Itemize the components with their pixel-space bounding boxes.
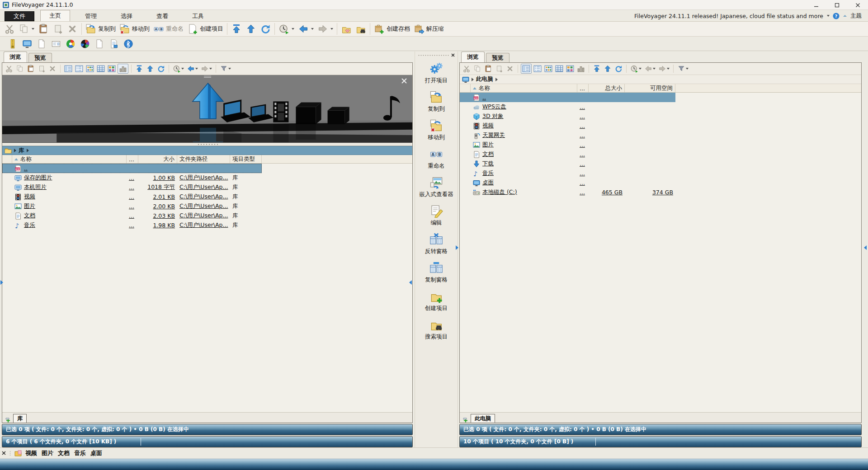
column-header-2[interactable]: ... — [577, 84, 589, 92]
cell-value[interactable]: 2.03 KB — [153, 212, 175, 219]
more-cell[interactable]: ... — [127, 193, 138, 200]
cell-value[interactable]: C:\用户\User\Ap... — [179, 174, 228, 182]
view-tiles-button[interactable] — [565, 64, 575, 74]
path-cell[interactable]: C:\用户\User\Ap... — [177, 183, 230, 191]
left-edge-expand-icon[interactable] — [0, 280, 3, 285]
copy-button[interactable] — [472, 64, 482, 74]
right-splitter-expand-icon[interactable] — [456, 245, 458, 250]
more-cell[interactable]: ... — [577, 160, 589, 167]
column-header-1[interactable]: 名称 — [12, 155, 127, 163]
copy-to-button[interactable]: 复制到 — [84, 23, 118, 35]
file-link[interactable]: 音乐 — [482, 169, 494, 177]
path-cell[interactable]: C:\用户\User\Ap... — [177, 193, 230, 201]
maximize-button[interactable] — [826, 0, 847, 10]
refresh-button[interactable] — [613, 64, 623, 74]
back-dropdown-icon[interactable] — [311, 28, 314, 30]
cell-value[interactable]: ... — [580, 170, 585, 177]
table-row[interactable]: 3D 对象... — [460, 112, 675, 121]
view-list-button[interactable] — [74, 64, 84, 74]
cell-value[interactable]: 465 GB — [602, 189, 623, 196]
address-card-icon[interactable] — [51, 39, 61, 49]
view-columns-button[interactable] — [118, 64, 128, 74]
right-pane-tab-0[interactable]: 浏览 — [461, 52, 485, 62]
extract-button[interactable]: 解压缩 — [412, 23, 446, 35]
history-button[interactable] — [277, 23, 296, 35]
add-tab-icon[interactable] — [5, 416, 11, 423]
file-link[interactable]: .. — [24, 165, 28, 172]
archive-zip-icon[interactable] — [8, 39, 18, 49]
file-link[interactable]: 天翼网关 — [482, 132, 505, 139]
view-details-button[interactable] — [521, 64, 532, 74]
path-cell[interactable]: C:\用户\User\Ap... — [177, 212, 230, 220]
dock-close-icon[interactable] — [2, 451, 6, 455]
blank-document-icon[interactable] — [37, 39, 47, 49]
path-cell[interactable]: C:\用户\User\Ap... — [177, 202, 230, 210]
file-link[interactable]: 3D 对象 — [482, 113, 504, 120]
column-header-3[interactable]: 大小 — [138, 155, 177, 163]
cell-value[interactable]: ... — [580, 189, 585, 196]
more-cell[interactable]: ... — [577, 179, 589, 186]
file-link[interactable]: 桌面 — [482, 179, 494, 187]
forward-dropdown-icon[interactable] — [209, 68, 212, 70]
close-button[interactable] — [847, 0, 868, 10]
paste-special-button[interactable] — [51, 23, 65, 35]
cell-value[interactable]: C:\用户\User\Ap... — [179, 202, 228, 210]
column-header-3[interactable]: 总大小 — [589, 84, 625, 92]
ribbon-tab-4[interactable]: 查看 — [147, 11, 177, 21]
more-cell[interactable]: ... — [127, 174, 138, 181]
free-cell[interactable]: 374 GB — [625, 189, 675, 196]
view-list-button[interactable] — [533, 64, 542, 74]
cell-value[interactable]: 374 GB — [652, 189, 673, 196]
blank-document-2-icon[interactable] — [94, 39, 104, 49]
size-cell[interactable]: 2.01 KB — [138, 193, 177, 200]
bluetooth-icon[interactable] — [123, 39, 133, 49]
cell-value[interactable]: ... — [129, 193, 134, 200]
cut-button[interactable] — [2, 23, 17, 35]
cell-value[interactable]: ... — [580, 103, 585, 110]
paste-button[interactable] — [36, 23, 51, 35]
dock-item-4[interactable]: 桌面 — [90, 450, 102, 456]
move-to-button[interactable]: 移动到 — [416, 116, 456, 144]
left-pane-tab-1[interactable]: 预览 — [28, 53, 52, 62]
cut-button[interactable] — [4, 64, 14, 74]
cell-value[interactable]: ... — [580, 179, 585, 186]
history-dropdown-icon[interactable] — [639, 68, 642, 70]
back-dropdown-icon[interactable] — [653, 68, 656, 70]
dock-item-3[interactable]: 音乐 — [74, 450, 86, 456]
cell-value[interactable]: ... — [580, 151, 585, 158]
table-row[interactable]: 视频... — [460, 121, 675, 131]
back-button[interactable] — [643, 64, 656, 74]
refresh-button[interactable] — [258, 23, 273, 35]
more-cell[interactable]: ... — [577, 113, 589, 120]
delete-button[interactable] — [47, 64, 57, 74]
create-item-button[interactable]: 创建项目 — [185, 23, 225, 35]
file-link[interactable]: 本地磁盘 (C:) — [482, 188, 517, 196]
cell-value[interactable]: C:\用户\User\Ap... — [179, 193, 228, 201]
toolbar-drag-handle[interactable] — [418, 55, 449, 56]
file-link[interactable]: 音乐 — [24, 221, 35, 229]
filter-button[interactable] — [676, 64, 689, 74]
filter-dropdown-icon[interactable] — [686, 68, 689, 70]
table-row[interactable]: 文档... — [460, 150, 675, 159]
column-header-0[interactable] — [460, 84, 471, 92]
dock-item-1[interactable]: 图片 — [42, 450, 53, 456]
move-to-button[interactable]: 移动到 — [118, 23, 151, 35]
ribbon-tab-3[interactable]: 选择 — [112, 11, 142, 21]
size-cell[interactable]: 2.03 KB — [138, 212, 177, 219]
paste-special-button[interactable] — [37, 64, 47, 74]
history-dropdown-icon[interactable] — [292, 28, 294, 30]
search-folder-button[interactable] — [354, 23, 368, 35]
go-up-button[interactable] — [244, 23, 258, 35]
right-edge-collapse-icon[interactable] — [864, 245, 867, 250]
ribbon-tab-2[interactable]: 管理 — [76, 11, 106, 21]
cell-value[interactable]: 1.00 KB — [153, 174, 175, 181]
cell-value[interactable]: 1018 字节 — [147, 183, 175, 191]
back-dropdown-icon[interactable] — [195, 68, 198, 70]
path-cell[interactable]: C:\用户\User\Ap... — [177, 221, 230, 229]
forward-button[interactable] — [316, 23, 335, 35]
file-link[interactable]: .. — [482, 94, 486, 101]
history-button[interactable] — [629, 64, 642, 74]
more-cell[interactable]: ... — [127, 203, 138, 210]
create-archive-button[interactable]: 创建存档 — [372, 23, 412, 35]
help-icon[interactable]: ? — [833, 13, 840, 19]
